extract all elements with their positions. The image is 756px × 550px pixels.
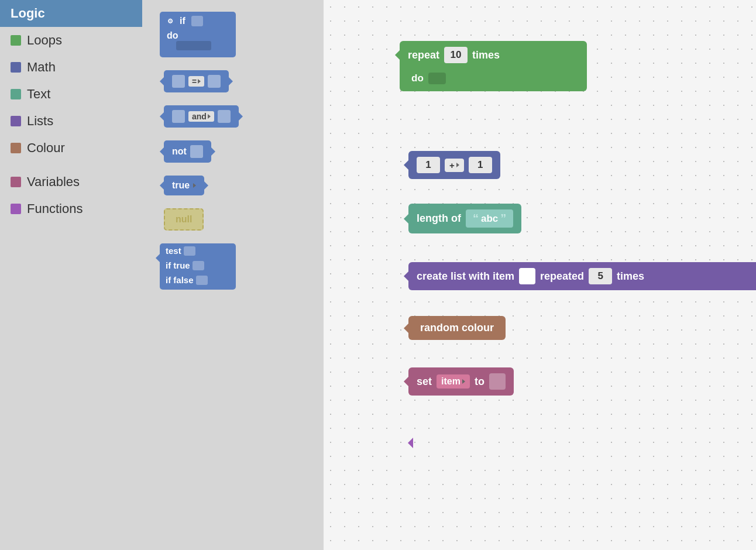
random-colour-block[interactable]: random colour	[408, 316, 506, 340]
eq-right-slot	[208, 75, 221, 88]
sidebar-item-loops[interactable]: Loops	[0, 27, 142, 54]
variables-color-dot	[11, 177, 21, 187]
eq-op-label: =	[192, 77, 197, 86]
sidebar-item-variables[interactable]: Variables	[0, 169, 142, 195]
if-label: if	[180, 16, 185, 26]
functions-left-notch-icon	[408, 438, 413, 448]
ternary-false-slot	[196, 276, 208, 285]
if-do-label: do	[167, 30, 178, 40]
var-dropdown-icon	[462, 379, 465, 384]
blocks-panel: ⚙ if do = and not true	[142, 0, 324, 550]
and-op-btn[interactable]: and	[188, 111, 214, 122]
sidebar-label-text: Text	[27, 87, 50, 102]
repeat-block[interactable]: repeat 10 times do	[400, 41, 587, 91]
eq-op-btn[interactable]: =	[188, 76, 204, 87]
repeat-do-slot	[428, 73, 446, 84]
ternary-test-slot	[184, 246, 195, 256]
lists-create-label: create list with item	[417, 270, 514, 283]
text-value-box[interactable]: “ abc ”	[466, 209, 513, 228]
if-do-slot	[176, 41, 211, 50]
repeat-do-label: do	[411, 73, 424, 84]
lists-create-block[interactable]: create list with item repeated 5 times	[408, 262, 756, 290]
and-dropdown-icon	[208, 114, 211, 119]
lists-times-label: times	[617, 270, 644, 283]
sidebar-item-colour[interactable]: Colour	[0, 135, 142, 161]
preview-and-block[interactable]: and	[164, 105, 239, 128]
repeat-outer: repeat 10 times do	[400, 41, 587, 91]
preview-eq-block[interactable]: =	[164, 70, 229, 92]
sidebar-label-functions: Functions	[27, 201, 83, 216]
not-label: not	[172, 146, 187, 157]
random-colour-label: random colour	[420, 322, 494, 334]
ternary-test-label: test	[166, 246, 181, 256]
var-name-button[interactable]: item	[437, 374, 470, 389]
loops-color-dot	[11, 35, 21, 46]
lists-color-dot	[11, 116, 21, 126]
sidebar: Logic Loops Math Text Lists Colour Varia…	[0, 0, 142, 550]
sidebar-label-lists: Lists	[27, 114, 53, 129]
sidebar-label-variables: Variables	[27, 174, 80, 190]
open-quote-icon: “	[473, 212, 479, 225]
true-label: true	[172, 180, 190, 191]
math-right-value[interactable]: 1	[469, 157, 492, 173]
text-color-dot	[11, 89, 21, 99]
sidebar-label-colour: Colour	[27, 140, 65, 156]
var-to-slot	[489, 373, 506, 390]
sidebar-item-logic[interactable]: Logic	[0, 0, 142, 27]
math-add-block[interactable]: 1 + 1	[408, 151, 500, 179]
repeat-top-row: repeat 10 times	[400, 41, 587, 69]
colour-color-dot	[11, 143, 21, 153]
sidebar-label-math: Math	[27, 60, 56, 75]
text-value: abc	[481, 213, 498, 225]
close-quote-icon: ”	[500, 212, 506, 225]
preview-null-block[interactable]: null	[164, 208, 204, 231]
and-left-slot	[172, 110, 185, 123]
math-left-value[interactable]: 1	[417, 157, 440, 173]
preview-true-block[interactable]: true	[164, 176, 204, 195]
text-length-block[interactable]: length of “ abc ”	[408, 204, 521, 233]
if-gear-icon: ⚙	[164, 15, 176, 27]
lists-times-value[interactable]: 5	[589, 268, 612, 284]
if-condition-slot	[191, 16, 203, 26]
repeat-value[interactable]: 10	[444, 47, 468, 63]
preview-ternary-block[interactable]: test if true if false	[160, 243, 236, 290]
length-of-label: length of	[417, 212, 461, 225]
math-op-btn[interactable]: +	[445, 159, 464, 172]
ternary-if-false-label: if false	[166, 275, 194, 285]
not-slot	[190, 145, 203, 158]
repeat-label: repeat	[408, 49, 439, 61]
sidebar-label-logic: Logic	[11, 6, 45, 21]
sidebar-item-functions[interactable]: Functions	[0, 195, 142, 222]
set-label: set	[417, 376, 432, 388]
lists-item-slot	[519, 268, 535, 284]
variables-set-block[interactable]: set item to	[408, 367, 514, 396]
and-right-slot	[218, 110, 231, 123]
sidebar-label-loops: Loops	[27, 33, 62, 48]
sidebar-item-text[interactable]: Text	[0, 81, 142, 108]
ternary-true-slot	[193, 261, 204, 270]
null-label: null	[176, 214, 192, 225]
repeat-do-row: do	[400, 69, 587, 91]
preview-not-block[interactable]: not	[164, 140, 211, 163]
eq-left-slot	[172, 75, 185, 88]
sidebar-item-lists[interactable]: Lists	[0, 108, 142, 135]
var-name-label: item	[441, 376, 461, 387]
to-label: to	[475, 376, 484, 388]
ternary-if-true-label: if true	[166, 260, 190, 270]
lists-repeated-label: repeated	[540, 270, 584, 283]
math-op-dropdown-icon	[456, 163, 459, 167]
sidebar-item-math[interactable]: Math	[0, 54, 142, 81]
functions-color-dot	[11, 204, 21, 214]
repeat-times-label: times	[472, 49, 500, 61]
workspace: repeat 10 times do 1 + 1 length of “ abc…	[324, 0, 756, 550]
ternary-left-notch	[156, 254, 160, 262]
math-color-dot	[11, 62, 21, 73]
preview-if-block[interactable]: ⚙ if do	[160, 12, 236, 57]
and-op-label: and	[192, 112, 207, 121]
true-dropdown-icon	[193, 183, 196, 188]
eq-dropdown-icon	[198, 79, 201, 84]
